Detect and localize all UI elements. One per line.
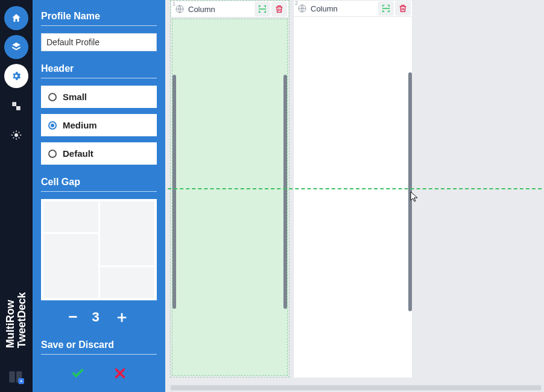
decrease-button[interactable]: − bbox=[68, 308, 77, 326]
column-number: 1 bbox=[172, 1, 176, 7]
header-option-small[interactable]: Small bbox=[41, 86, 157, 108]
brightness-icon bbox=[11, 130, 22, 141]
divider bbox=[41, 354, 157, 355]
globe-icon bbox=[175, 4, 185, 14]
split-column-button[interactable] bbox=[378, 1, 394, 16]
column-header: 1 Column bbox=[171, 1, 289, 17]
translate-button[interactable] bbox=[4, 94, 28, 118]
settings-panel: Profile Name Header Small Medium Default bbox=[33, 0, 165, 392]
home-icon bbox=[11, 13, 22, 24]
brand-icon bbox=[6, 368, 27, 386]
trash-icon bbox=[274, 4, 284, 14]
trash-icon bbox=[398, 4, 408, 13]
globe-icon bbox=[297, 4, 307, 13]
cursor-icon bbox=[410, 191, 419, 202]
radio-label: Small bbox=[63, 92, 87, 102]
split-icon bbox=[381, 4, 391, 13]
radio-label: Medium bbox=[63, 120, 97, 130]
increase-button[interactable]: ＋ bbox=[114, 306, 130, 327]
scroll-guide bbox=[283, 75, 287, 309]
brand-label: MultiRow TweetDeck bbox=[5, 292, 28, 349]
header-option-medium[interactable]: Medium bbox=[41, 114, 157, 136]
save-button[interactable] bbox=[71, 367, 84, 380]
settings-button[interactable] bbox=[4, 64, 28, 88]
radio-icon bbox=[48, 150, 57, 158]
profile-name-title: Profile Name bbox=[41, 11, 157, 22]
svg-rect-1 bbox=[9, 371, 14, 383]
column-label: Column bbox=[188, 5, 215, 14]
divider bbox=[41, 191, 157, 192]
header-title: Header bbox=[41, 63, 157, 74]
column-body[interactable] bbox=[293, 17, 413, 378]
layers-button[interactable] bbox=[4, 35, 28, 59]
radio-label: Default bbox=[63, 148, 93, 159]
profile-name-section: Profile Name bbox=[41, 11, 157, 51]
radio-icon bbox=[48, 121, 57, 130]
header-section: Header Small Medium Default bbox=[41, 63, 157, 165]
discard-button[interactable] bbox=[113, 367, 127, 380]
header-option-default[interactable]: Default bbox=[41, 142, 157, 165]
delete-column-button[interactable] bbox=[271, 2, 287, 16]
split-column-button[interactable] bbox=[255, 2, 270, 16]
scrollbar-thumb[interactable] bbox=[171, 385, 541, 390]
svg-point-0 bbox=[14, 133, 18, 137]
save-discard-title: Save or Discard bbox=[41, 340, 157, 350]
delete-column-button[interactable] bbox=[395, 1, 411, 16]
column-number: 2 bbox=[295, 0, 298, 6]
home-button[interactable] bbox=[4, 6, 28, 30]
theme-button[interactable] bbox=[4, 123, 28, 147]
cell-gap-stepper: − 3 ＋ bbox=[41, 306, 157, 327]
cell-gap-section: Cell Gap − 3 ＋ bbox=[41, 177, 157, 327]
scroll-guide bbox=[172, 75, 176, 309]
profile-name-input[interactable] bbox=[41, 33, 157, 51]
divider bbox=[41, 25, 157, 26]
horizontal-scrollbar[interactable] bbox=[170, 385, 542, 391]
gear-icon bbox=[11, 71, 22, 81]
layout-canvas: 1 Column bbox=[165, 0, 544, 392]
translate-icon bbox=[11, 101, 22, 112]
layers-icon bbox=[11, 42, 22, 52]
save-discard-section: Save or Discard bbox=[41, 340, 157, 385]
column-header: 2 Column bbox=[293, 0, 413, 17]
cell-gap-value: 3 bbox=[92, 309, 99, 325]
radio-icon bbox=[48, 93, 57, 101]
divider bbox=[41, 78, 157, 78]
column-label: Column bbox=[311, 4, 338, 13]
row-split-guide bbox=[168, 188, 542, 189]
cell-gap-preview bbox=[41, 199, 157, 300]
split-icon bbox=[258, 4, 267, 14]
column-body[interactable] bbox=[172, 19, 288, 376]
nav-rail: MultiRow TweetDeck bbox=[0, 0, 33, 392]
cell-gap-title: Cell Gap bbox=[41, 177, 157, 188]
